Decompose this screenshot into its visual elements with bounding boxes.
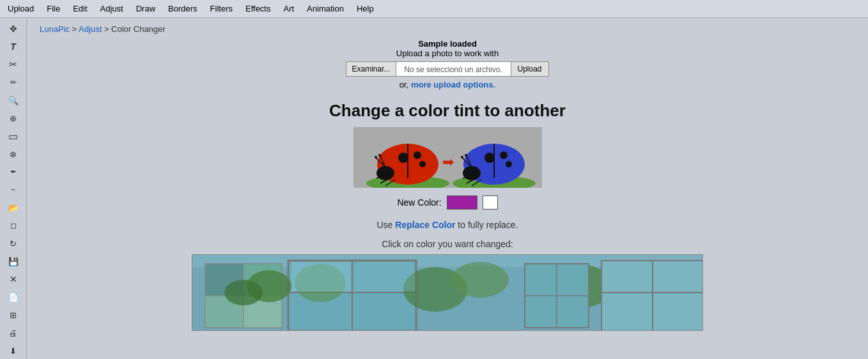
tool-document[interactable]: 📄 (4, 289, 23, 305)
upload-or-text: or, more upload options. (346, 80, 548, 89)
svg-point-4 (398, 153, 408, 163)
menu-art[interactable]: Art (277, 1, 300, 16)
tool-magnifier[interactable]: 🔍 (4, 92, 23, 109)
replace-color-link-text: Replace Color (395, 220, 455, 230)
file-name-label: No se seleccionó un archivo. (396, 61, 511, 77)
sample-loaded-text: Sample loaded (346, 39, 548, 49)
svg-point-3 (376, 166, 394, 180)
svg-point-10 (375, 156, 377, 158)
upload-prompt-text: Upload a photo to work with (346, 49, 548, 58)
breadcrumb-current: Color Changer (111, 24, 166, 34)
new-color-row: New Color: (397, 195, 497, 210)
menu-file[interactable]: File (40, 1, 66, 16)
more-options-text: more upload options. (411, 80, 495, 89)
tool-layers[interactable]: ⊞ (4, 307, 23, 323)
menubar: Upload File Edit Adjust Draw Borders Fil… (0, 0, 868, 18)
svg-rect-54 (355, 262, 415, 291)
svg-point-11 (378, 154, 381, 157)
menu-upload[interactable]: Upload (1, 1, 40, 16)
upload-button[interactable]: Upload (511, 61, 549, 77)
tool-pencil[interactable]: ✏ (4, 74, 23, 91)
color-swatch-purple[interactable] (447, 195, 477, 210)
svg-point-6 (419, 161, 426, 167)
greenhouse-svg (192, 254, 702, 331)
or-text: or, (399, 80, 408, 89)
svg-text:➡: ➡ (442, 154, 454, 170)
tool-eraser[interactable]: ◻ (4, 217, 23, 234)
upload-section: Sample loaded Upload a photo to work wit… (346, 39, 548, 89)
after-text: to fully replace. (458, 220, 518, 230)
svg-point-20 (500, 151, 508, 159)
left-toolbar: ✥ T ✂ ✏ 🔍 ⊕ ▭ ⊗ ✒ ~ 📂 ◻ ↻ 💾 ✕ 📄 ⊞ 🖨 ⬇ (0, 18, 27, 359)
svg-point-41 (224, 280, 263, 305)
breadcrumb-lunapic[interactable]: LunaPic (40, 24, 70, 34)
page-heading: Change a color tint to another (329, 101, 566, 121)
svg-point-18 (463, 166, 481, 180)
svg-point-44 (451, 262, 509, 298)
upload-row: Examinar... No se seleccionó un archivo.… (346, 61, 548, 77)
svg-point-25 (461, 156, 463, 158)
new-color-label: New Color: (397, 197, 441, 208)
tool-text[interactable]: T (4, 38, 23, 55)
use-text: Use (377, 220, 393, 230)
menu-effects[interactable]: Effects (239, 1, 277, 16)
main-content: LunaPic > Adjust > Color Changer Sample … (27, 18, 868, 359)
color-swatch-white[interactable] (483, 195, 498, 210)
browse-button[interactable]: Examinar... (346, 61, 395, 77)
tool-rectangle[interactable]: ▭ (4, 128, 23, 144)
demo-svg: ➡ (353, 127, 542, 188)
menu-borders[interactable]: Borders (162, 1, 204, 16)
tool-save[interactable]: 💾 (4, 253, 23, 270)
svg-point-19 (484, 153, 495, 163)
menu-edit[interactable]: Edit (66, 1, 93, 16)
tool-scissors[interactable]: ✂ (4, 56, 23, 73)
replace-color-link[interactable]: Replace Color (395, 220, 455, 230)
svg-point-26 (465, 154, 467, 157)
breadcrumb: LunaPic > Adjust > Color Changer (40, 24, 166, 34)
menu-animation[interactable]: Animation (300, 1, 350, 16)
tool-rotate[interactable]: ↻ (4, 235, 23, 252)
menu-filters[interactable]: Filters (204, 1, 239, 16)
svg-point-5 (414, 151, 421, 159)
more-options-link[interactable]: more upload options. (411, 80, 495, 89)
tool-close[interactable]: ✕ (4, 271, 23, 287)
tool-move[interactable]: ✥ (4, 20, 23, 37)
breadcrumb-sep2: > (104, 24, 111, 34)
breadcrumb-sep1: > (72, 24, 79, 34)
tool-blur[interactable]: ~ (4, 181, 23, 198)
menu-adjust[interactable]: Adjust (94, 1, 130, 16)
tool-download[interactable]: ⬇ (4, 342, 23, 359)
menu-help[interactable]: Help (350, 1, 380, 16)
tool-eyedropper[interactable]: ✒ (4, 164, 23, 180)
svg-point-21 (506, 161, 512, 167)
tool-stamp[interactable]: ⊗ (4, 146, 23, 162)
menu-draw[interactable]: Draw (130, 1, 162, 16)
replace-color-section: Use Replace Color to fully replace. (377, 220, 518, 230)
tool-print[interactable]: 🖨 (4, 325, 23, 341)
click-instruction: Click on color you want changed: (382, 239, 513, 249)
demo-image-container: ➡ (353, 127, 542, 188)
breadcrumb-adjust[interactable]: Adjust (79, 24, 102, 34)
svg-rect-53 (291, 262, 351, 291)
photo-canvas[interactable] (192, 254, 703, 331)
tool-folder[interactable]: 📂 (4, 199, 23, 216)
tool-fill[interactable]: ⊕ (4, 110, 23, 126)
